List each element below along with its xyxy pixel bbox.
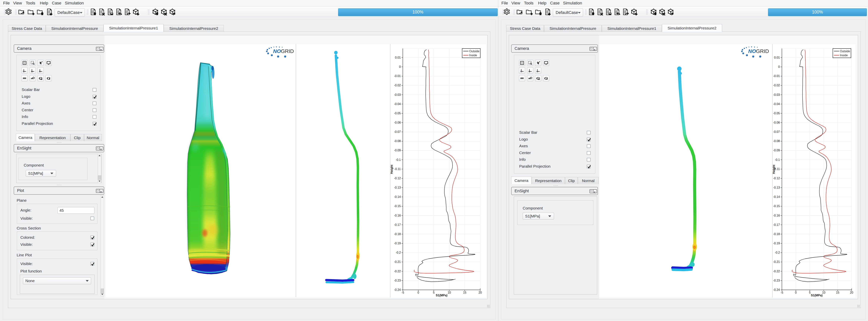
svg-text:-0.17: -0.17 <box>773 223 780 226</box>
svg-text:Height: Height <box>390 165 393 174</box>
svg-text:0: 0 <box>417 291 419 294</box>
svg-text:X: X <box>23 70 25 72</box>
svg-text:-0.13: -0.13 <box>773 186 780 189</box>
svg-text:-0.01: -0.01 <box>773 75 780 78</box>
svg-text:-0.15: -0.15 <box>394 204 401 208</box>
svg-text:NO: NO <box>273 48 281 54</box>
svg-text:GRID: GRID <box>756 48 769 54</box>
svg-text:S1(MPa): S1(MPa) <box>811 294 823 297</box>
svg-text:0: 0 <box>399 65 401 68</box>
svg-text:Z: Z <box>537 70 538 72</box>
svg-text:-0.18: -0.18 <box>773 232 780 236</box>
svg-text:Outside: Outside <box>469 50 479 53</box>
svg-text:-0.2: -0.2 <box>775 251 780 254</box>
svg-text:-0.16: -0.16 <box>773 214 780 217</box>
svg-text:-0.24: -0.24 <box>773 288 780 291</box>
svg-text:Inside: Inside <box>840 54 848 57</box>
svg-text:-0.04: -0.04 <box>773 103 780 106</box>
svg-text:-0.2: -0.2 <box>396 251 401 254</box>
svg-text:-0.07: -0.07 <box>773 130 780 134</box>
svg-text:-0.21: -0.21 <box>773 260 780 263</box>
svg-text:-0.04: -0.04 <box>394 103 401 106</box>
svg-text:20: 20 <box>478 291 482 294</box>
svg-text:15: 15 <box>463 291 466 294</box>
svg-text:-5: -5 <box>401 291 404 294</box>
svg-text:S1(MPa): S1(MPa) <box>436 294 447 297</box>
svg-text:-0.14: -0.14 <box>394 195 401 198</box>
svg-text:-0.03: -0.03 <box>773 93 780 96</box>
svg-text:-0.1: -0.1 <box>775 158 780 161</box>
svg-text:-0.13: -0.13 <box>394 186 401 189</box>
svg-text:-5: -5 <box>781 291 783 294</box>
svg-text:5: 5 <box>809 291 811 294</box>
svg-text:-0.24: -0.24 <box>394 288 401 291</box>
svg-text:-0.08: -0.08 <box>773 140 780 143</box>
svg-text:0.01: 0.01 <box>395 56 401 59</box>
svg-text:Y: Y <box>529 70 530 72</box>
svg-text:5: 5 <box>433 291 435 294</box>
svg-text:-0.23: -0.23 <box>773 279 780 282</box>
svg-text:NO: NO <box>748 48 756 54</box>
svg-text:Inside: Inside <box>469 54 477 57</box>
svg-text:-0.16: -0.16 <box>394 214 401 217</box>
svg-text:-0.06: -0.06 <box>773 121 780 124</box>
svg-text:-0.12: -0.12 <box>394 177 401 180</box>
svg-text:-0.19: -0.19 <box>773 242 780 245</box>
svg-text:Outside: Outside <box>840 50 850 53</box>
svg-text:10: 10 <box>447 291 451 294</box>
svg-text:Height: Height <box>772 165 775 174</box>
svg-text:-0.19: -0.19 <box>394 242 401 245</box>
svg-text:-0.11: -0.11 <box>394 168 401 171</box>
svg-text:-0.06: -0.06 <box>394 121 401 124</box>
svg-text:-0.05: -0.05 <box>394 112 401 115</box>
svg-text:-0.17: -0.17 <box>394 223 401 226</box>
svg-text:-0.14: -0.14 <box>773 195 780 198</box>
svg-text:10: 10 <box>822 291 826 294</box>
svg-text:-0.15: -0.15 <box>773 204 780 208</box>
svg-text:-0.12: -0.12 <box>773 177 780 180</box>
svg-text:-0.07: -0.07 <box>394 130 401 134</box>
svg-text:Y: Y <box>31 70 33 72</box>
svg-text:-0.09: -0.09 <box>394 149 401 152</box>
svg-text:P: P <box>539 61 540 63</box>
svg-text:X: X <box>521 70 522 72</box>
svg-text:-0.01: -0.01 <box>394 75 401 78</box>
svg-text:-0.23: -0.23 <box>394 279 401 282</box>
svg-text:-0.21: -0.21 <box>394 260 401 263</box>
svg-text:15: 15 <box>836 291 839 294</box>
svg-text:20: 20 <box>850 291 854 294</box>
svg-text:-0.1: -0.1 <box>396 158 401 161</box>
svg-text:-0.03: -0.03 <box>394 93 401 96</box>
svg-text:-0.08: -0.08 <box>394 140 401 143</box>
svg-text:-0.22: -0.22 <box>773 270 780 273</box>
svg-text:-0.02: -0.02 <box>773 84 780 87</box>
svg-text:Z: Z <box>39 70 40 72</box>
svg-text:0: 0 <box>795 291 797 294</box>
svg-text:P: P <box>41 61 42 63</box>
svg-text:-0.05: -0.05 <box>773 112 780 115</box>
svg-text:-0.09: -0.09 <box>773 149 780 152</box>
svg-text:-0.02: -0.02 <box>394 84 401 87</box>
svg-text:0.01: 0.01 <box>774 56 780 59</box>
svg-text:0: 0 <box>778 65 780 68</box>
svg-text:-0.18: -0.18 <box>394 232 401 236</box>
svg-text:-0.22: -0.22 <box>394 270 401 273</box>
svg-text:GRID: GRID <box>281 48 294 54</box>
